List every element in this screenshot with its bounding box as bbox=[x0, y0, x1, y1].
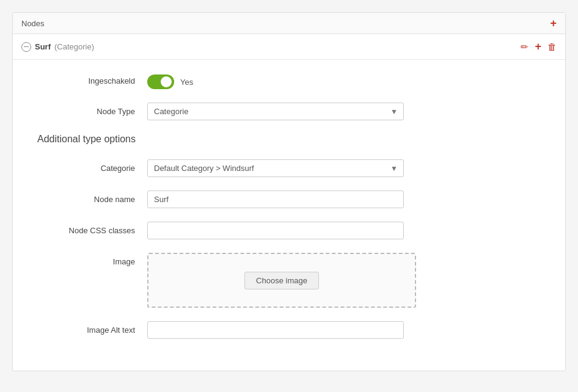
collapse-icon[interactable] bbox=[21, 42, 31, 52]
toggle-switch[interactable] bbox=[147, 74, 174, 89]
categorie-control: Default Category > Windsurf Default Cate… bbox=[147, 159, 541, 177]
edit-icon[interactable]: ✏ bbox=[521, 42, 529, 53]
ingeschakeld-control: Yes bbox=[147, 72, 541, 89]
image-row: Image Choose image bbox=[37, 253, 541, 308]
image-alt-input[interactable] bbox=[147, 321, 404, 339]
ingeschakeld-row: Ingeschakeld Yes bbox=[37, 72, 541, 89]
ingeschakeld-label: Ingeschakeld bbox=[37, 72, 147, 85]
node-css-control bbox=[147, 222, 541, 239]
node-type-control: Categorie Page URL ▼ bbox=[147, 103, 541, 120]
panel-header: Nodes + bbox=[13, 13, 565, 34]
image-alt-control bbox=[147, 321, 541, 339]
node-type-row: Node Type Categorie Page URL ▼ bbox=[37, 103, 541, 120]
categorie-label: Categorie bbox=[37, 159, 147, 173]
node-name-control bbox=[147, 191, 541, 208]
categorie-select-wrapper: Default Category > Windsurf Default Cate… bbox=[147, 159, 404, 177]
delete-icon[interactable]: 🗑 bbox=[547, 42, 557, 52]
panel-title: Nodes bbox=[21, 19, 45, 28]
node-type-select-wrapper: Categorie Page URL ▼ bbox=[147, 103, 404, 120]
node-type-label: Node Type bbox=[37, 103, 147, 116]
image-alt-row: Image Alt text bbox=[37, 321, 541, 339]
categorie-row: Categorie Default Category > Windsurf De… bbox=[37, 159, 541, 177]
collapse-inner bbox=[24, 46, 29, 48]
node-name-label: Node name bbox=[37, 191, 147, 204]
node-css-label: Node CSS classes bbox=[37, 222, 147, 235]
node-row: Surf (Categorie) ✏ + 🗑 bbox=[13, 34, 565, 60]
toggle-slider bbox=[147, 74, 174, 89]
node-actions: ✏ + 🗑 bbox=[521, 40, 557, 53]
choose-image-button[interactable]: Choose image bbox=[244, 272, 319, 289]
image-label: Image bbox=[37, 253, 147, 266]
panel-add-button[interactable]: + bbox=[550, 18, 557, 29]
node-category: (Categorie) bbox=[54, 42, 94, 51]
node-css-input[interactable] bbox=[147, 222, 404, 239]
image-control: Choose image bbox=[147, 253, 541, 308]
section-title: Additional type options bbox=[37, 134, 541, 145]
node-type-select[interactable]: Categorie Page URL bbox=[147, 103, 404, 120]
nodes-panel: Nodes + Surf (Categorie) ✏ + 🗑 Ingeschak… bbox=[12, 12, 566, 371]
node-name-input[interactable] bbox=[147, 191, 404, 208]
add-node-icon[interactable]: + bbox=[535, 40, 541, 53]
node-label-container: Surf (Categorie) bbox=[21, 42, 94, 52]
node-name-row: Node name bbox=[37, 191, 541, 208]
node-name: Surf bbox=[35, 42, 51, 51]
categorie-select[interactable]: Default Category > Windsurf Default Cate… bbox=[147, 159, 404, 177]
image-alt-label: Image Alt text bbox=[37, 321, 147, 335]
toggle-yes-label: Yes bbox=[180, 78, 193, 87]
image-drop-area[interactable]: Choose image bbox=[147, 253, 416, 308]
form-body: Ingeschakeld Yes Node Type Categorie Pag… bbox=[13, 60, 565, 371]
node-css-row: Node CSS classes bbox=[37, 222, 541, 239]
